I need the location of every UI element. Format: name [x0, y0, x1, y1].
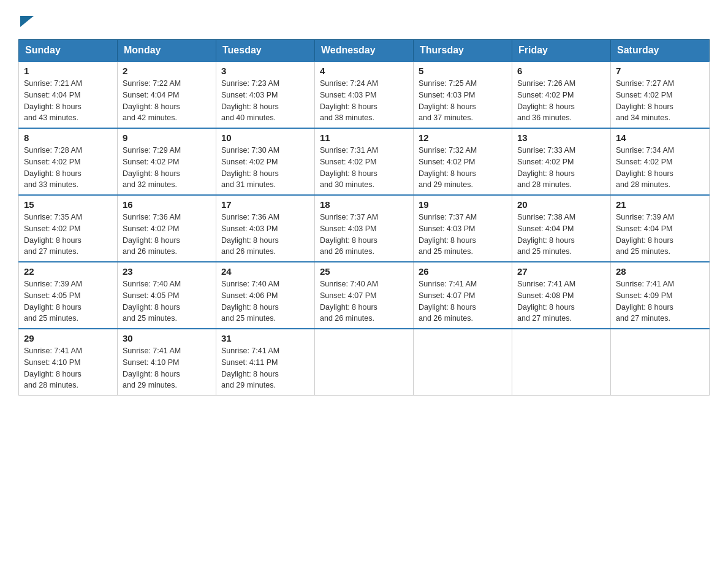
- calendar-header-row: SundayMondayTuesdayWednesdayThursdayFrid…: [19, 40, 710, 62]
- day-number: 22: [24, 266, 112, 277]
- calendar-day-cell: 3 Sunrise: 7:23 AM Sunset: 4:03 PM Dayli…: [216, 61, 315, 128]
- day-info: Sunrise: 7:38 AM Sunset: 4:04 PM Dayligh…: [517, 212, 605, 258]
- day-number: 28: [616, 266, 704, 277]
- calendar-week-row: 1 Sunrise: 7:21 AM Sunset: 4:04 PM Dayli…: [19, 61, 710, 128]
- day-number: 15: [24, 199, 112, 210]
- calendar-week-row: 29 Sunrise: 7:41 AM Sunset: 4:10 PM Dayl…: [19, 329, 710, 396]
- day-info: Sunrise: 7:26 AM Sunset: 4:02 PM Dayligh…: [517, 78, 605, 124]
- day-info: Sunrise: 7:33 AM Sunset: 4:02 PM Dayligh…: [517, 145, 605, 191]
- day-number: 21: [616, 199, 704, 210]
- day-number: 17: [221, 199, 309, 210]
- col-header-monday: Monday: [118, 40, 216, 62]
- page-header: [18, 12, 710, 27]
- day-info: Sunrise: 7:41 AM Sunset: 4:11 PM Dayligh…: [221, 345, 309, 391]
- day-info: Sunrise: 7:41 AM Sunset: 4:10 PM Dayligh…: [123, 345, 211, 391]
- col-header-wednesday: Wednesday: [315, 40, 414, 62]
- calendar-day-cell: 21 Sunrise: 7:39 AM Sunset: 4:04 PM Dayl…: [611, 195, 710, 262]
- day-info: Sunrise: 7:40 AM Sunset: 4:05 PM Dayligh…: [123, 278, 211, 324]
- calendar-day-cell: 11 Sunrise: 7:31 AM Sunset: 4:02 PM Dayl…: [315, 128, 414, 195]
- calendar-day-cell: 23 Sunrise: 7:40 AM Sunset: 4:05 PM Dayl…: [118, 262, 216, 329]
- calendar-day-cell: 18 Sunrise: 7:37 AM Sunset: 4:03 PM Dayl…: [315, 195, 414, 262]
- day-number: 12: [419, 132, 507, 143]
- day-info: Sunrise: 7:27 AM Sunset: 4:02 PM Dayligh…: [616, 78, 704, 124]
- day-number: 6: [517, 66, 605, 76]
- day-info: Sunrise: 7:21 AM Sunset: 4:04 PM Dayligh…: [24, 78, 112, 124]
- day-info: Sunrise: 7:37 AM Sunset: 4:03 PM Dayligh…: [419, 212, 507, 258]
- day-info: Sunrise: 7:41 AM Sunset: 4:07 PM Dayligh…: [419, 278, 507, 324]
- day-number: 14: [616, 132, 704, 143]
- day-info: Sunrise: 7:29 AM Sunset: 4:02 PM Dayligh…: [123, 145, 211, 191]
- empty-cell: [315, 329, 414, 396]
- day-info: Sunrise: 7:31 AM Sunset: 4:02 PM Dayligh…: [320, 145, 408, 191]
- calendar-day-cell: 1 Sunrise: 7:21 AM Sunset: 4:04 PM Dayli…: [19, 61, 118, 128]
- day-number: 26: [419, 266, 507, 277]
- calendar-day-cell: 20 Sunrise: 7:38 AM Sunset: 4:04 PM Dayl…: [512, 195, 611, 262]
- day-number: 4: [320, 66, 408, 76]
- day-number: 25: [320, 266, 408, 277]
- day-info: Sunrise: 7:35 AM Sunset: 4:02 PM Dayligh…: [24, 212, 112, 258]
- empty-cell: [512, 329, 611, 396]
- day-info: Sunrise: 7:36 AM Sunset: 4:03 PM Dayligh…: [221, 212, 309, 258]
- calendar-day-cell: 14 Sunrise: 7:34 AM Sunset: 4:02 PM Dayl…: [611, 128, 710, 195]
- day-info: Sunrise: 7:25 AM Sunset: 4:03 PM Dayligh…: [419, 78, 507, 124]
- calendar-day-cell: 4 Sunrise: 7:24 AM Sunset: 4:03 PM Dayli…: [315, 61, 414, 128]
- calendar-day-cell: 16 Sunrise: 7:36 AM Sunset: 4:02 PM Dayl…: [118, 195, 216, 262]
- calendar-day-cell: 2 Sunrise: 7:22 AM Sunset: 4:04 PM Dayli…: [118, 61, 216, 128]
- day-number: 18: [320, 199, 408, 210]
- calendar-day-cell: 25 Sunrise: 7:40 AM Sunset: 4:07 PM Dayl…: [315, 262, 414, 329]
- day-number: 3: [221, 66, 309, 76]
- col-header-sunday: Sunday: [19, 40, 118, 62]
- day-info: Sunrise: 7:28 AM Sunset: 4:02 PM Dayligh…: [24, 145, 112, 191]
- day-info: Sunrise: 7:22 AM Sunset: 4:04 PM Dayligh…: [123, 78, 211, 124]
- day-info: Sunrise: 7:39 AM Sunset: 4:05 PM Dayligh…: [24, 278, 112, 324]
- day-number: 7: [616, 66, 704, 76]
- day-number: 13: [517, 132, 605, 143]
- calendar-day-cell: 17 Sunrise: 7:36 AM Sunset: 4:03 PM Dayl…: [216, 195, 315, 262]
- logo-arrow-icon: [20, 16, 34, 29]
- day-info: Sunrise: 7:40 AM Sunset: 4:06 PM Dayligh…: [221, 278, 309, 324]
- day-number: 16: [123, 199, 211, 210]
- empty-cell: [611, 329, 710, 396]
- calendar-day-cell: 19 Sunrise: 7:37 AM Sunset: 4:03 PM Dayl…: [414, 195, 512, 262]
- calendar-day-cell: 31 Sunrise: 7:41 AM Sunset: 4:11 PM Dayl…: [216, 329, 315, 396]
- day-number: 24: [221, 266, 309, 277]
- calendar-day-cell: 24 Sunrise: 7:40 AM Sunset: 4:06 PM Dayl…: [216, 262, 315, 329]
- calendar-week-row: 8 Sunrise: 7:28 AM Sunset: 4:02 PM Dayli…: [19, 128, 710, 195]
- day-number: 19: [419, 199, 507, 210]
- day-number: 20: [517, 199, 605, 210]
- day-number: 30: [123, 333, 211, 343]
- day-number: 5: [419, 66, 507, 76]
- day-number: 23: [123, 266, 211, 277]
- calendar-day-cell: 12 Sunrise: 7:32 AM Sunset: 4:02 PM Dayl…: [414, 128, 512, 195]
- day-number: 11: [320, 132, 408, 143]
- day-number: 10: [221, 132, 309, 143]
- calendar-day-cell: 7 Sunrise: 7:27 AM Sunset: 4:02 PM Dayli…: [611, 61, 710, 128]
- empty-cell: [414, 329, 512, 396]
- calendar-day-cell: 22 Sunrise: 7:39 AM Sunset: 4:05 PM Dayl…: [19, 262, 118, 329]
- day-number: 2: [123, 66, 211, 76]
- day-info: Sunrise: 7:40 AM Sunset: 4:07 PM Dayligh…: [320, 278, 408, 324]
- day-info: Sunrise: 7:37 AM Sunset: 4:03 PM Dayligh…: [320, 212, 408, 258]
- col-header-friday: Friday: [512, 40, 611, 62]
- calendar-week-row: 22 Sunrise: 7:39 AM Sunset: 4:05 PM Dayl…: [19, 262, 710, 329]
- day-info: Sunrise: 7:41 AM Sunset: 4:10 PM Dayligh…: [24, 345, 112, 391]
- col-header-thursday: Thursday: [414, 40, 512, 62]
- calendar-day-cell: 9 Sunrise: 7:29 AM Sunset: 4:02 PM Dayli…: [118, 128, 216, 195]
- day-info: Sunrise: 7:34 AM Sunset: 4:02 PM Dayligh…: [616, 145, 704, 191]
- col-header-tuesday: Tuesday: [216, 40, 315, 62]
- logo: [18, 12, 34, 27]
- calendar-day-cell: 6 Sunrise: 7:26 AM Sunset: 4:02 PM Dayli…: [512, 61, 611, 128]
- calendar-day-cell: 15 Sunrise: 7:35 AM Sunset: 4:02 PM Dayl…: [19, 195, 118, 262]
- day-number: 1: [24, 66, 112, 76]
- calendar-day-cell: 28 Sunrise: 7:41 AM Sunset: 4:09 PM Dayl…: [611, 262, 710, 329]
- day-number: 29: [24, 333, 112, 343]
- svg-marker-0: [20, 16, 34, 27]
- day-info: Sunrise: 7:23 AM Sunset: 4:03 PM Dayligh…: [221, 78, 309, 124]
- calendar-day-cell: 13 Sunrise: 7:33 AM Sunset: 4:02 PM Dayl…: [512, 128, 611, 195]
- calendar-day-cell: 27 Sunrise: 7:41 AM Sunset: 4:08 PM Dayl…: [512, 262, 611, 329]
- day-info: Sunrise: 7:36 AM Sunset: 4:02 PM Dayligh…: [123, 212, 211, 258]
- day-number: 8: [24, 132, 112, 143]
- calendar-day-cell: 5 Sunrise: 7:25 AM Sunset: 4:03 PM Dayli…: [414, 61, 512, 128]
- calendar-day-cell: 29 Sunrise: 7:41 AM Sunset: 4:10 PM Dayl…: [19, 329, 118, 396]
- calendar-table: SundayMondayTuesdayWednesdayThursdayFrid…: [18, 39, 710, 396]
